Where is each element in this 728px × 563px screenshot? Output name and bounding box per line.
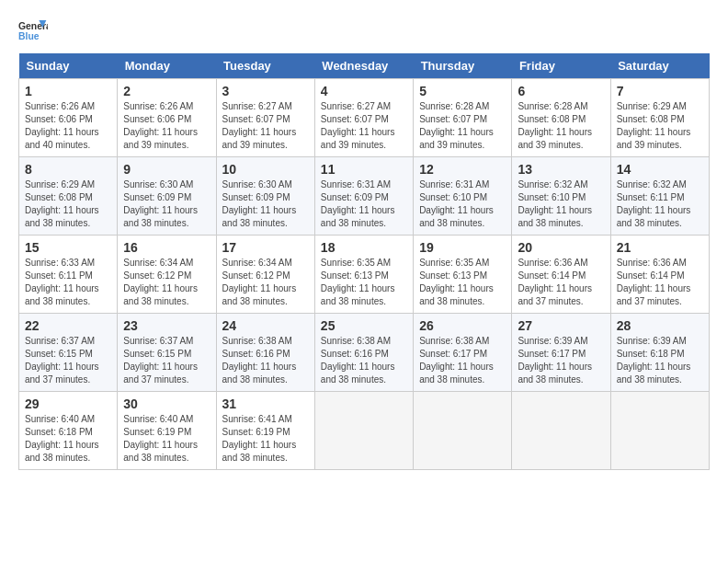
calendar-cell: 17Sunrise: 6:34 AMSunset: 6:12 PMDayligh… — [216, 236, 314, 314]
calendar-cell — [512, 392, 610, 470]
day-info: Sunrise: 6:26 AMSunset: 6:06 PMDaylight:… — [25, 100, 111, 152]
day-info: Sunrise: 6:28 AMSunset: 6:07 PMDaylight:… — [419, 100, 506, 152]
day-info: Sunrise: 6:38 AMSunset: 6:16 PMDaylight:… — [321, 335, 407, 386]
calendar-cell: 8Sunrise: 6:29 AMSunset: 6:08 PMDaylight… — [19, 157, 118, 236]
day-info: Sunrise: 6:39 AMSunset: 6:18 PMDaylight:… — [617, 335, 703, 386]
calendar-cell: 28Sunrise: 6:39 AMSunset: 6:18 PMDayligh… — [610, 314, 709, 392]
calendar-week-row: 1Sunrise: 6:26 AMSunset: 6:06 PMDaylight… — [19, 79, 710, 157]
day-number: 23 — [123, 318, 210, 333]
day-info: Sunrise: 6:29 AMSunset: 6:08 PMDaylight:… — [25, 178, 111, 230]
weekday-header: Friday — [512, 53, 610, 79]
day-info: Sunrise: 6:41 AMSunset: 6:19 PMDaylight:… — [222, 413, 309, 465]
calendar-cell: 7Sunrise: 6:29 AMSunset: 6:08 PMDaylight… — [610, 79, 709, 157]
calendar-cell: 4Sunrise: 6:27 AMSunset: 6:07 PMDaylight… — [314, 79, 413, 157]
logo-icon: General Blue — [18, 18, 48, 44]
calendar-week-row: 22Sunrise: 6:37 AMSunset: 6:15 PMDayligh… — [19, 314, 710, 392]
day-info: Sunrise: 6:35 AMSunset: 6:13 PMDaylight:… — [419, 257, 506, 308]
weekday-header: Sunday — [19, 53, 118, 79]
day-number: 30 — [123, 396, 210, 411]
day-number: 9 — [123, 162, 210, 177]
day-number: 28 — [617, 318, 703, 333]
calendar-cell — [314, 392, 413, 470]
calendar-week-row: 29Sunrise: 6:40 AMSunset: 6:18 PMDayligh… — [19, 392, 710, 470]
day-number: 11 — [321, 162, 407, 177]
day-number: 13 — [518, 162, 604, 177]
day-number: 22 — [25, 318, 111, 333]
day-info: Sunrise: 6:35 AMSunset: 6:13 PMDaylight:… — [321, 257, 407, 308]
day-info: Sunrise: 6:28 AMSunset: 6:08 PMDaylight:… — [518, 100, 604, 152]
calendar-cell: 13Sunrise: 6:32 AMSunset: 6:10 PMDayligh… — [512, 157, 610, 236]
calendar-cell: 25Sunrise: 6:38 AMSunset: 6:16 PMDayligh… — [314, 314, 413, 392]
calendar-cell: 26Sunrise: 6:38 AMSunset: 6:17 PMDayligh… — [414, 314, 512, 392]
calendar-cell: 10Sunrise: 6:30 AMSunset: 6:09 PMDayligh… — [216, 157, 314, 236]
day-number: 16 — [123, 240, 210, 255]
day-number: 26 — [419, 318, 506, 333]
calendar-cell: 11Sunrise: 6:31 AMSunset: 6:09 PMDayligh… — [314, 157, 413, 236]
day-number: 2 — [123, 84, 210, 98]
day-info: Sunrise: 6:30 AMSunset: 6:09 PMDaylight:… — [123, 178, 210, 230]
day-number: 10 — [222, 162, 309, 177]
calendar-cell: 14Sunrise: 6:32 AMSunset: 6:11 PMDayligh… — [610, 157, 709, 236]
calendar-body: 1Sunrise: 6:26 AMSunset: 6:06 PMDaylight… — [19, 79, 710, 470]
calendar-cell — [414, 392, 512, 470]
calendar-cell: 29Sunrise: 6:40 AMSunset: 6:18 PMDayligh… — [19, 392, 118, 470]
day-number: 6 — [518, 84, 604, 98]
day-number: 31 — [222, 396, 309, 411]
calendar-cell: 20Sunrise: 6:36 AMSunset: 6:14 PMDayligh… — [512, 236, 610, 314]
weekday-header: Monday — [118, 53, 216, 79]
calendar-cell: 15Sunrise: 6:33 AMSunset: 6:11 PMDayligh… — [19, 236, 118, 314]
day-info: Sunrise: 6:40 AMSunset: 6:19 PMDaylight:… — [123, 413, 210, 465]
calendar-cell: 2Sunrise: 6:26 AMSunset: 6:06 PMDaylight… — [118, 79, 216, 157]
day-info: Sunrise: 6:34 AMSunset: 6:12 PMDaylight:… — [222, 257, 309, 308]
day-info: Sunrise: 6:31 AMSunset: 6:09 PMDaylight:… — [321, 178, 407, 230]
day-number: 20 — [518, 240, 604, 255]
day-info: Sunrise: 6:37 AMSunset: 6:15 PMDaylight:… — [25, 335, 111, 386]
day-info: Sunrise: 6:31 AMSunset: 6:10 PMDaylight:… — [419, 178, 506, 230]
calendar-week-row: 8Sunrise: 6:29 AMSunset: 6:08 PMDaylight… — [19, 157, 710, 236]
day-info: Sunrise: 6:30 AMSunset: 6:09 PMDaylight:… — [222, 178, 309, 230]
calendar-cell: 19Sunrise: 6:35 AMSunset: 6:13 PMDayligh… — [414, 236, 512, 314]
day-number: 21 — [617, 240, 703, 255]
day-number: 1 — [25, 84, 111, 98]
day-number: 8 — [25, 162, 111, 177]
day-info: Sunrise: 6:27 AMSunset: 6:07 PMDaylight:… — [321, 100, 407, 152]
calendar-cell: 24Sunrise: 6:38 AMSunset: 6:16 PMDayligh… — [216, 314, 314, 392]
day-info: Sunrise: 6:39 AMSunset: 6:17 PMDaylight:… — [518, 335, 604, 386]
weekday-header: Tuesday — [216, 53, 314, 79]
day-info: Sunrise: 6:27 AMSunset: 6:07 PMDaylight:… — [222, 100, 309, 152]
day-info: Sunrise: 6:34 AMSunset: 6:12 PMDaylight:… — [123, 257, 210, 308]
day-number: 4 — [321, 84, 407, 98]
page-header: General Blue — [18, 18, 710, 44]
day-number: 12 — [419, 162, 506, 177]
day-info: Sunrise: 6:36 AMSunset: 6:14 PMDaylight:… — [518, 257, 604, 308]
day-number: 19 — [419, 240, 506, 255]
weekday-header: Saturday — [610, 53, 709, 79]
calendar-cell: 27Sunrise: 6:39 AMSunset: 6:17 PMDayligh… — [512, 314, 610, 392]
calendar-cell: 5Sunrise: 6:28 AMSunset: 6:07 PMDaylight… — [414, 79, 512, 157]
calendar-cell: 3Sunrise: 6:27 AMSunset: 6:07 PMDaylight… — [216, 79, 314, 157]
day-number: 5 — [419, 84, 506, 98]
calendar-table: SundayMondayTuesdayWednesdayThursdayFrid… — [18, 53, 710, 470]
day-number: 18 — [321, 240, 407, 255]
calendar-header-row: SundayMondayTuesdayWednesdayThursdayFrid… — [19, 53, 710, 79]
weekday-header: Thursday — [414, 53, 512, 79]
calendar-cell: 9Sunrise: 6:30 AMSunset: 6:09 PMDaylight… — [118, 157, 216, 236]
svg-text:Blue: Blue — [18, 31, 40, 41]
day-number: 24 — [222, 318, 309, 333]
calendar-cell: 16Sunrise: 6:34 AMSunset: 6:12 PMDayligh… — [118, 236, 216, 314]
day-number: 29 — [25, 396, 111, 411]
day-info: Sunrise: 6:32 AMSunset: 6:10 PMDaylight:… — [518, 178, 604, 230]
day-info: Sunrise: 6:32 AMSunset: 6:11 PMDaylight:… — [617, 178, 703, 230]
calendar-cell: 21Sunrise: 6:36 AMSunset: 6:14 PMDayligh… — [610, 236, 709, 314]
day-number: 14 — [617, 162, 703, 177]
calendar-cell: 31Sunrise: 6:41 AMSunset: 6:19 PMDayligh… — [216, 392, 314, 470]
day-info: Sunrise: 6:37 AMSunset: 6:15 PMDaylight:… — [123, 335, 210, 386]
day-number: 15 — [25, 240, 111, 255]
day-info: Sunrise: 6:29 AMSunset: 6:08 PMDaylight:… — [617, 100, 703, 152]
calendar-cell — [610, 392, 709, 470]
calendar-cell: 12Sunrise: 6:31 AMSunset: 6:10 PMDayligh… — [414, 157, 512, 236]
day-number: 7 — [617, 84, 703, 98]
day-info: Sunrise: 6:40 AMSunset: 6:18 PMDaylight:… — [25, 413, 111, 465]
day-info: Sunrise: 6:38 AMSunset: 6:16 PMDaylight:… — [222, 335, 309, 386]
day-info: Sunrise: 6:26 AMSunset: 6:06 PMDaylight:… — [123, 100, 210, 152]
